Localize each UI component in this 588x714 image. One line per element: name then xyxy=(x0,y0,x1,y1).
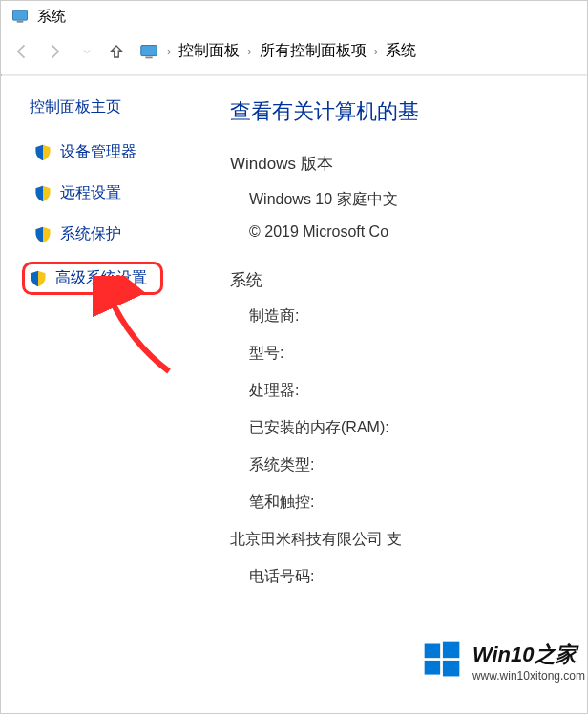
windows-edition: Windows 10 家庭中文 xyxy=(230,190,587,210)
breadcrumb-item[interactable]: 系统 xyxy=(384,39,418,63)
svg-rect-7 xyxy=(443,661,459,677)
row-model: 型号: xyxy=(230,344,587,364)
breadcrumb-item[interactable]: 控制面板 xyxy=(177,39,242,63)
row-manufacturer: 制造商: xyxy=(230,306,587,326)
forward-button[interactable] xyxy=(43,40,66,63)
sidebar-item-label: 系统保护 xyxy=(60,224,121,244)
svg-rect-5 xyxy=(443,642,459,659)
windows-version-section: Windows 版本 Windows 10 家庭中文 © 2019 Micros… xyxy=(230,153,587,241)
sidebar-item-device-manager[interactable]: 设备管理器 xyxy=(30,138,182,166)
svg-rect-0 xyxy=(13,10,28,20)
windows-logo-icon xyxy=(421,639,463,684)
watermark: Win10之家 www.win10xitong.com xyxy=(421,639,585,684)
sidebar-item-advanced-settings[interactable]: 高级系统设置 xyxy=(22,262,163,295)
chevron-right-icon: › xyxy=(165,44,173,58)
shield-icon xyxy=(33,143,52,162)
section-title: Windows 版本 xyxy=(230,153,587,175)
svg-rect-2 xyxy=(141,45,158,55)
main-panel: 查看有关计算机的基 Windows 版本 Windows 10 家庭中文 © 2… xyxy=(192,76,587,616)
sidebar-item-system-protection[interactable]: 系统保护 xyxy=(30,220,182,248)
section-title: 系统 xyxy=(230,269,587,291)
row-support: 北京田米科技有限公司 支 xyxy=(230,530,587,550)
system-section: 系统 制造商: 型号: 处理器: 已安装的内存(RAM): 系统类型: 笔和触控… xyxy=(230,269,587,587)
row-phone: 电话号码: xyxy=(230,567,587,587)
sidebar: 控制面板主页 设备管理器 远程设置 系统保护 高级系统设置 xyxy=(1,76,192,616)
shield-icon xyxy=(29,269,48,288)
windows-copyright: © 2019 Microsoft Co xyxy=(230,223,587,241)
shield-icon xyxy=(33,184,52,203)
watermark-sub: www.win10xitong.com xyxy=(472,669,585,682)
titlebar-title: 系统 xyxy=(37,8,66,26)
sidebar-item-label: 设备管理器 xyxy=(60,142,136,162)
sidebar-item-label: 高级系统设置 xyxy=(55,268,147,288)
navbar: › 控制面板 › 所有控制面板项 › 系统 xyxy=(1,32,587,74)
row-systype: 系统类型: xyxy=(230,455,587,475)
sidebar-item-remote-settings[interactable]: 远程设置 xyxy=(30,179,182,207)
breadcrumb-item[interactable]: 所有控制面板项 xyxy=(258,39,368,63)
sidebar-item-label: 远程设置 xyxy=(60,183,121,203)
recent-dropdown[interactable] xyxy=(75,40,98,63)
watermark-title: Win10之家 xyxy=(472,640,585,669)
breadcrumb: › 控制面板 › 所有控制面板项 › 系统 xyxy=(138,39,418,63)
page-heading: 查看有关计算机的基 xyxy=(230,97,587,126)
shield-icon xyxy=(33,225,52,244)
row-pentouch: 笔和触控: xyxy=(230,493,587,513)
svg-rect-6 xyxy=(425,661,441,675)
row-processor: 处理器: xyxy=(230,381,587,401)
back-button[interactable] xyxy=(10,40,33,63)
sidebar-title[interactable]: 控制面板主页 xyxy=(30,97,182,117)
chevron-right-icon: › xyxy=(372,44,380,58)
svg-rect-4 xyxy=(425,644,441,659)
svg-rect-3 xyxy=(145,56,152,58)
up-button[interactable] xyxy=(108,43,125,60)
chevron-right-icon: › xyxy=(245,44,253,58)
control-panel-icon xyxy=(138,41,159,62)
row-ram: 已安装的内存(RAM): xyxy=(230,418,587,438)
system-icon xyxy=(10,7,30,26)
svg-rect-1 xyxy=(17,21,24,23)
titlebar: 系统 xyxy=(1,1,587,32)
